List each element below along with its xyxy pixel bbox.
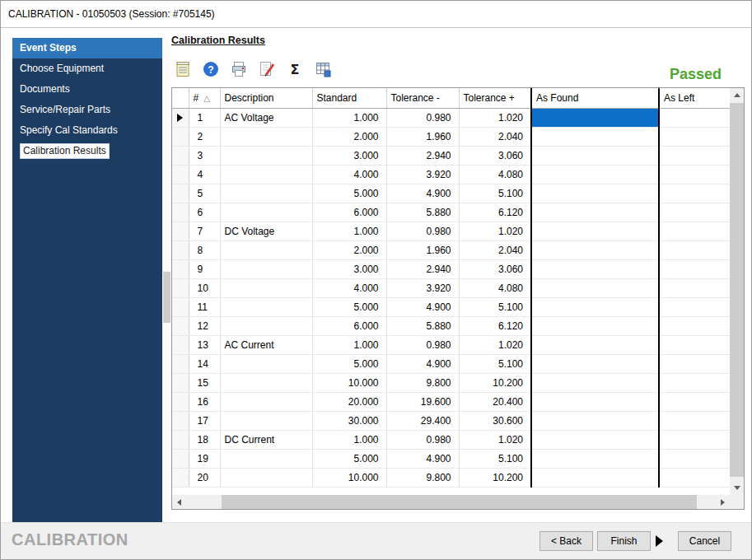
expand-arrow-button[interactable] [652, 531, 666, 551]
cell-tolerance-minus[interactable]: 2.940 [386, 146, 459, 165]
cell-num[interactable]: 10 [189, 278, 220, 297]
sidebar-item-choose-equipment[interactable]: Choose Equipment [12, 58, 162, 79]
cell-as-found[interactable] [531, 449, 659, 468]
sidebar-item-specify-cal-standards[interactable]: Specify Cal Standards [12, 120, 162, 141]
vertical-scroll-thumb[interactable] [730, 103, 744, 477]
cell-standard[interactable]: 6.000 [312, 203, 386, 222]
cell-description[interactable] [220, 373, 312, 392]
cell-num[interactable]: 11 [189, 297, 220, 316]
cell-as-found[interactable] [531, 468, 659, 487]
scroll-left-button[interactable] [172, 495, 186, 509]
cell-num[interactable]: 9 [189, 259, 220, 278]
cell-tolerance-minus[interactable]: 2.940 [386, 259, 459, 278]
row-indicator[interactable] [172, 430, 189, 449]
row-indicator[interactable] [172, 411, 189, 430]
cell-standard[interactable]: 4.000 [312, 278, 386, 297]
cell-standard[interactable]: 6.000 [312, 316, 386, 335]
cell-num[interactable]: 6 [189, 203, 220, 222]
cell-tolerance-minus[interactable]: 4.900 [386, 354, 459, 373]
cell-tolerance-minus[interactable]: 3.920 [386, 278, 459, 297]
cell-description[interactable] [220, 184, 312, 203]
cell-num[interactable]: 20 [189, 468, 220, 487]
header-description[interactable]: Description [220, 88, 312, 108]
cell-as-found[interactable] [531, 222, 659, 240]
cell-standard[interactable]: 1.000 [312, 335, 386, 354]
cell-description[interactable]: AC Current [220, 335, 312, 354]
cell-standard[interactable]: 2.000 [312, 127, 386, 146]
cell-num[interactable]: 1 [189, 108, 220, 127]
row-indicator[interactable] [172, 146, 189, 165]
cell-tolerance-plus[interactable]: 6.120 [459, 203, 531, 222]
sidebar-item-calibration-results[interactable]: Calibration Results [12, 141, 162, 161]
cell-standard[interactable]: 1.000 [312, 430, 386, 449]
cell-as-left[interactable] [659, 335, 731, 354]
sidebar-scrollbar[interactable] [163, 38, 170, 522]
cell-tolerance-minus[interactable]: 19.600 [386, 392, 459, 411]
cell-standard[interactable]: 10.000 [312, 373, 386, 392]
cell-tolerance-plus[interactable]: 20.400 [459, 392, 531, 411]
row-indicator[interactable] [172, 335, 189, 354]
cell-description[interactable] [220, 146, 312, 165]
row-indicator[interactable] [172, 468, 189, 487]
cell-as-found[interactable] [531, 108, 659, 127]
cell-as-found[interactable] [531, 354, 659, 373]
cell-description[interactable] [220, 203, 312, 222]
cell-standard[interactable]: 10.000 [312, 468, 386, 487]
cell-tolerance-plus[interactable]: 2.040 [459, 127, 531, 146]
scroll-down-button[interactable] [730, 481, 744, 495]
cell-as-found[interactable] [531, 165, 659, 184]
cell-tolerance-plus[interactable]: 30.600 [459, 411, 531, 430]
cell-tolerance-plus[interactable]: 4.080 [459, 165, 531, 184]
cell-tolerance-plus[interactable]: 6.120 [459, 316, 531, 335]
cell-tolerance-plus[interactable]: 5.100 [459, 297, 531, 316]
cell-description[interactable] [220, 127, 312, 146]
cell-description[interactable] [220, 449, 312, 468]
vertical-scrollbar[interactable] [730, 88, 744, 495]
cell-tolerance-plus[interactable]: 1.020 [459, 430, 531, 449]
header-standard[interactable]: Standard [312, 88, 386, 108]
cell-tolerance-plus[interactable]: 5.100 [459, 184, 531, 203]
row-indicator[interactable] [172, 259, 189, 278]
row-indicator[interactable] [172, 240, 189, 259]
row-indicator[interactable] [172, 316, 189, 335]
cell-tolerance-plus[interactable]: 10.200 [459, 373, 531, 392]
cell-as-left[interactable] [659, 411, 731, 430]
cell-num[interactable]: 8 [189, 240, 220, 259]
row-indicator[interactable] [172, 354, 189, 373]
sidebar-item-documents[interactable]: Documents [12, 79, 162, 100]
edit-button[interactable] [256, 58, 278, 80]
cell-as-left[interactable] [659, 278, 731, 297]
cell-as-left[interactable] [659, 108, 731, 127]
cell-num[interactable]: 3 [189, 146, 220, 165]
cell-as-left[interactable] [659, 354, 731, 373]
cell-as-left[interactable] [659, 127, 731, 146]
print-button[interactable] [228, 58, 250, 80]
row-indicator[interactable] [172, 449, 189, 468]
cell-tolerance-minus[interactable]: 4.900 [386, 184, 459, 203]
cell-standard[interactable]: 20.000 [312, 392, 386, 411]
cell-as-found[interactable] [531, 316, 659, 335]
help-button[interactable]: ? [200, 58, 222, 80]
cell-description[interactable] [220, 354, 312, 373]
row-indicator[interactable] [172, 203, 189, 222]
cell-as-left[interactable] [659, 297, 731, 316]
cell-tolerance-minus[interactable]: 0.980 [386, 222, 459, 240]
scroll-up-button[interactable] [730, 88, 744, 102]
row-indicator[interactable] [172, 165, 189, 184]
cell-num[interactable]: 14 [189, 354, 220, 373]
row-indicator[interactable] [172, 222, 189, 240]
cell-as-left[interactable] [659, 203, 731, 222]
cell-num[interactable]: 16 [189, 392, 220, 411]
cell-as-left[interactable] [659, 449, 731, 468]
scroll-right-button[interactable] [716, 495, 730, 509]
cell-num[interactable]: 18 [189, 430, 220, 449]
cell-num[interactable]: 4 [189, 165, 220, 184]
cell-standard[interactable]: 3.000 [312, 146, 386, 165]
cell-standard[interactable]: 5.000 [312, 449, 386, 468]
cell-tolerance-minus[interactable]: 5.880 [386, 203, 459, 222]
row-indicator[interactable] [172, 392, 189, 411]
cell-as-left[interactable] [659, 316, 731, 335]
cell-standard[interactable]: 1.000 [312, 108, 386, 127]
header-tolerance-minus[interactable]: Tolerance - [386, 88, 459, 108]
header-num[interactable]: #△ [189, 88, 220, 108]
